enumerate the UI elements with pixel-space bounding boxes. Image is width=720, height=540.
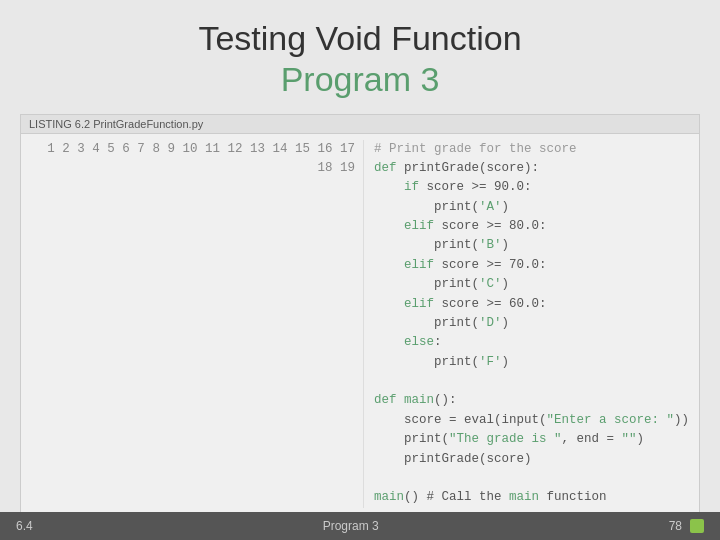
slide-title: Testing Void Function Program 3: [198, 18, 521, 100]
slide: Testing Void Function Program 3 LISTING …: [0, 0, 720, 540]
listing-container: LISTING 6.2 PrintGradeFunction.py 1 2 3 …: [20, 114, 700, 515]
footer: 6.4 Program 3 78: [0, 512, 720, 540]
title-line1: Testing Void Function: [198, 18, 521, 59]
footer-right: 78: [669, 519, 682, 533]
footer-left: 6.4: [16, 519, 33, 533]
code-block: 1 2 3 4 5 6 7 8 9 10 11 12 13 14 15 16 1…: [21, 134, 699, 514]
listing-label: LISTING 6.2 PrintGradeFunction.py: [21, 115, 699, 134]
code-content: # Print grade for the score def printGra…: [364, 140, 699, 508]
title-line2: Program 3: [198, 59, 521, 100]
footer-center: Program 3: [323, 519, 379, 533]
line-numbers: 1 2 3 4 5 6 7 8 9 10 11 12 13 14 15 16 1…: [21, 140, 364, 508]
footer-dot: [690, 519, 704, 533]
